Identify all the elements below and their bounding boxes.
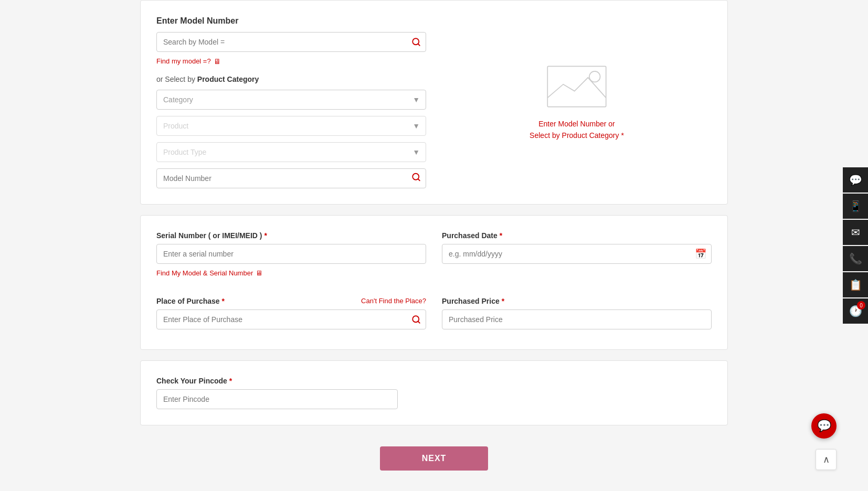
find-model-link[interactable]: Find my model =? 🖥: [156, 57, 221, 66]
page-wrapper: Enter Model Number Find my m: [0, 0, 868, 491]
svg-point-5: [589, 71, 600, 82]
sidebar-email-icon[interactable]: ✉: [843, 220, 868, 245]
product-select-wrapper: Product ▼: [156, 116, 426, 136]
purchased-date-label: Purchased Date *: [442, 231, 712, 240]
cant-find-place-link[interactable]: Can't Find the Place?: [361, 297, 426, 305]
pincode-input[interactable]: [156, 389, 398, 409]
date-input-wrapper: 📅: [442, 244, 712, 264]
next-button[interactable]: NEXT: [380, 446, 489, 471]
pincode-section-card: Check Your Pincode *: [140, 360, 728, 425]
serial-label: Serial Number ( or IMEI/MEID ) *: [156, 231, 426, 240]
chat-fab[interactable]: 💬: [811, 413, 837, 439]
product-type-select[interactable]: Product Type: [156, 142, 426, 162]
top-section: Enter Model Number Find my m: [156, 16, 712, 188]
svg-line-7: [418, 321, 419, 323]
purchased-price-form-group: Purchased Price *: [442, 297, 712, 334]
chat-fab-icon: 💬: [817, 419, 831, 433]
scroll-top-icon: ∧: [823, 454, 830, 465]
main-content: Enter Model Number Find my m: [119, 0, 749, 486]
purchase-price-grid: Place of Purchase * Can't Find the Place…: [156, 297, 712, 334]
svg-rect-4: [547, 66, 606, 106]
placeholder-svg: [545, 63, 608, 110]
product-select[interactable]: Product: [156, 116, 426, 136]
sidebar-phone-icon[interactable]: 📞: [843, 246, 868, 271]
place-search-button[interactable]: [411, 315, 421, 324]
right-column: Enter Model Number or Select by Product …: [442, 16, 712, 188]
pincode-input-wrapper: [156, 389, 712, 409]
product-type-select-wrapper: Product Type ▼: [156, 142, 426, 162]
clock-badge: 0: [857, 301, 865, 309]
monitor-icon-2: 🖥: [256, 269, 262, 277]
model-number-input[interactable]: [156, 168, 426, 188]
place-of-purchase-input[interactable]: [156, 309, 426, 329]
next-button-wrapper: NEXT: [140, 436, 728, 486]
sidebar-clipboard-icon[interactable]: 📋: [843, 272, 868, 297]
find-serial-link[interactable]: Find My Model & Serial Number 🖥: [156, 269, 262, 277]
monitor-icon: 🖥: [214, 57, 221, 66]
top-section-card: Enter Model Number Find my m: [140, 0, 728, 205]
category-select-wrapper: Category ▼: [156, 90, 426, 110]
sidebar-chat-icon[interactable]: 💬: [843, 167, 868, 193]
sidebar-whatsapp-icon[interactable]: 📱: [843, 194, 868, 219]
serial-form-group: Serial Number ( or IMEI/MEID ) * Find My…: [156, 231, 426, 286]
sidebar-clock-icon[interactable]: 🕐 0: [843, 298, 868, 324]
pincode-label: Check Your Pincode *: [156, 377, 712, 385]
purchased-price-label: Purchased Price *: [442, 297, 712, 305]
search-model-field: [156, 32, 426, 52]
purchase-label-row: Place of Purchase * Can't Find the Place…: [156, 297, 426, 305]
search-model-button[interactable]: [411, 37, 421, 47]
serial-number-input[interactable]: [156, 244, 426, 264]
serial-purchase-grid: Serial Number ( or IMEI/MEID ) * Find My…: [156, 231, 712, 286]
svg-line-3: [418, 178, 419, 180]
purchased-date-input[interactable]: [442, 244, 712, 264]
left-column: Enter Model Number Find my m: [156, 16, 426, 188]
enter-model-number-heading: Enter Model Number: [156, 16, 426, 26]
model-number-search-button[interactable]: [411, 172, 421, 184]
product-image-placeholder: Enter Model Number or Select by Product …: [519, 52, 634, 152]
purchased-date-form-group: Purchased Date * 📅: [442, 231, 712, 286]
svg-line-1: [418, 44, 419, 45]
place-of-purchase-label: Place of Purchase *: [156, 297, 225, 305]
scroll-to-top-button[interactable]: ∧: [816, 449, 837, 470]
serial-input-wrapper: [156, 244, 426, 264]
place-of-purchase-form-group: Place of Purchase * Can't Find the Place…: [156, 297, 426, 334]
category-select[interactable]: Category: [156, 90, 426, 110]
place-of-purchase-wrapper: [156, 309, 426, 329]
or-select-text: or Select by Product Category: [156, 75, 426, 83]
model-number-field: [156, 168, 426, 188]
serial-section-card: Serial Number ( or IMEI/MEID ) * Find My…: [140, 215, 728, 350]
purchased-price-input[interactable]: [442, 309, 712, 329]
right-sidebar: 💬 📱 ✉ 📞 📋 🕐 0: [843, 167, 868, 324]
search-model-input[interactable]: [156, 32, 426, 52]
